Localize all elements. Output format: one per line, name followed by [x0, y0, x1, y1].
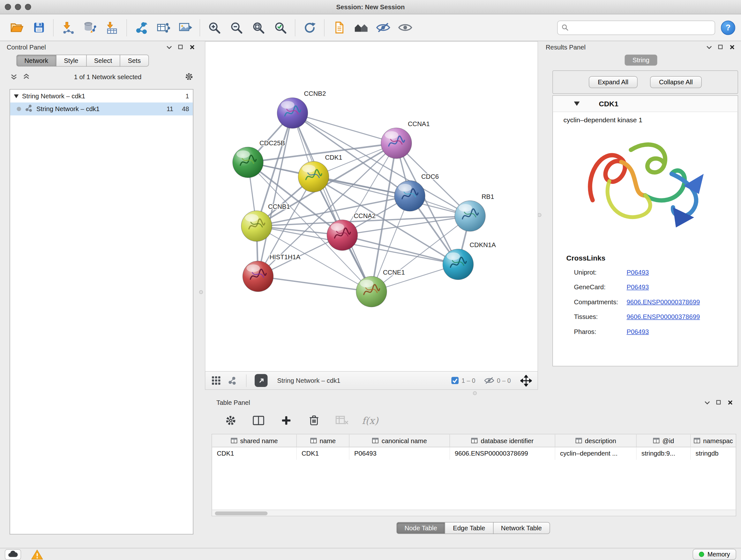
cloud-status-button[interactable]: [5, 549, 21, 560]
import-network-from-file-button[interactable]: [57, 17, 79, 38]
network-node-HIST1H1A[interactable]: HIST1H1A: [243, 253, 300, 292]
column-header[interactable]: canonical name: [349, 435, 450, 448]
gene-header-row[interactable]: CDK1: [553, 96, 738, 112]
network-graph[interactable]: CCNB2CCNA1CDC25BCDK1CDC6RB1CCNB1CCNA2CDK…: [205, 42, 538, 371]
hide-selected-icon-button[interactable]: [372, 17, 394, 38]
gene-disclosure-triangle-icon[interactable]: [574, 100, 580, 108]
tab-sets[interactable]: Sets: [120, 55, 149, 67]
show-columns-icon[interactable]: [251, 413, 266, 428]
compartments-link[interactable]: 9606.ENSP00000378699: [627, 295, 700, 310]
zoom-in-button[interactable]: [204, 17, 226, 38]
horizontal-splitter-handle[interactable]: [473, 391, 477, 395]
scrollbar-thumb[interactable]: [215, 511, 268, 515]
zoom-fit-button[interactable]: [248, 17, 270, 38]
grid-view-icon[interactable]: [210, 376, 222, 385]
import-table-from-file-button[interactable]: [101, 17, 123, 38]
network-options-gear-icon[interactable]: [185, 72, 193, 81]
detach-view-button[interactable]: [255, 374, 268, 387]
column-header[interactable]: description: [555, 435, 636, 448]
maximize-panel-icon[interactable]: [714, 398, 723, 407]
maximize-panel-icon[interactable]: [176, 43, 185, 51]
float-panel-icon[interactable]: [704, 43, 713, 51]
network-node-CCNB1[interactable]: CCNB1: [241, 203, 290, 241]
apply-layout-button[interactable]: [299, 17, 321, 38]
network-node-CDK1[interactable]: CDK1: [298, 154, 342, 192]
delete-column-icon[interactable]: [307, 413, 322, 428]
cell-namespace[interactable]: stringdb: [691, 447, 736, 460]
cell-database-identifier[interactable]: 9606.ENSP00000378699: [450, 447, 555, 460]
expand-tree-icon[interactable]: [10, 72, 18, 81]
open-documentation-button[interactable]: [328, 17, 350, 38]
right-splitter-handle[interactable]: [538, 213, 542, 217]
show-all-icon-button[interactable]: [394, 17, 416, 38]
zoom-out-button[interactable]: [226, 17, 248, 38]
maximize-window-button[interactable]: [25, 4, 31, 10]
column-header[interactable]: shared name: [212, 435, 297, 448]
tab-style[interactable]: Style: [56, 55, 86, 67]
warnings-button[interactable]: [29, 549, 45, 560]
close-panel-icon[interactable]: [726, 398, 734, 407]
expand-all-button[interactable]: Expand All: [589, 76, 637, 88]
string-results-tab[interactable]: String: [625, 55, 657, 66]
close-panel-icon[interactable]: [188, 43, 196, 51]
network-share-icon[interactable]: [226, 376, 238, 385]
table-row[interactable]: CDK1 CDK1 P06493 9606.ENSP00000378699 cy…: [212, 447, 736, 460]
network-node-CCNB2[interactable]: CCNB2: [277, 90, 326, 128]
network-node-CDKN1A[interactable]: CDKN1A: [443, 241, 496, 280]
clone-network-button[interactable]: [130, 17, 152, 38]
add-column-icon[interactable]: [279, 413, 294, 428]
network-node-RB1[interactable]: RB1: [455, 193, 494, 232]
search-box[interactable]: [557, 20, 715, 35]
memory-button[interactable]: Memory: [693, 549, 736, 560]
open-session-button[interactable]: [6, 17, 28, 38]
tab-node-table[interactable]: Node Table: [396, 522, 445, 534]
float-panel-icon[interactable]: [703, 398, 711, 407]
close-panel-icon[interactable]: [728, 43, 736, 51]
column-header[interactable]: namespac: [691, 435, 736, 448]
pharos-link[interactable]: P06493: [627, 324, 649, 339]
network-node-CDC6[interactable]: CDC6: [394, 173, 439, 211]
table-horizontal-scrollbar[interactable]: [212, 509, 736, 516]
column-header[interactable]: @id: [636, 435, 691, 448]
cell-id[interactable]: stringdb:9...: [636, 447, 691, 460]
tissues-link[interactable]: 9606.ENSP00000378699: [627, 309, 700, 324]
show-overview-button[interactable]: [350, 17, 372, 38]
table-settings-gear-icon[interactable]: [223, 413, 239, 428]
function-builder-icon[interactable]: f(x): [362, 415, 378, 426]
save-session-button[interactable]: [28, 17, 50, 38]
zoom-selected-button[interactable]: [270, 17, 292, 38]
network-node-CCNA1[interactable]: CCNA1: [381, 120, 430, 159]
cell-shared-name[interactable]: CDK1: [212, 447, 297, 460]
cell-name[interactable]: CDK1: [297, 447, 349, 460]
import-network-from-database-button[interactable]: [79, 17, 101, 38]
collapse-all-button[interactable]: Collapse All: [650, 76, 702, 88]
genecard-link[interactable]: P06493: [627, 280, 649, 295]
export-image-button[interactable]: [174, 17, 196, 38]
search-input[interactable]: [571, 24, 711, 31]
close-window-button[interactable]: [5, 4, 11, 10]
help-button[interactable]: ?: [721, 20, 735, 35]
create-network-from-table-button[interactable]: [152, 17, 174, 38]
pan-mode-icon[interactable]: [520, 376, 533, 385]
collapse-tree-icon[interactable]: [22, 72, 30, 81]
minimize-window-button[interactable]: [15, 4, 21, 10]
cell-canonical-name[interactable]: P06493: [349, 447, 450, 460]
network-row-selected[interactable]: String Network – cdk1 11 48: [10, 103, 193, 116]
tab-network-table[interactable]: Network Table: [493, 522, 550, 534]
results-controls-box: Expand All Collapse All: [552, 71, 738, 94]
column-header[interactable]: database identifier: [450, 435, 555, 448]
left-splitter-handle[interactable]: [199, 290, 203, 294]
disclosure-triangle-icon[interactable]: [14, 92, 19, 100]
float-panel-icon[interactable]: [165, 43, 173, 51]
tab-select[interactable]: Select: [86, 55, 120, 67]
tab-network[interactable]: Network: [16, 55, 56, 67]
maximize-panel-icon[interactable]: [716, 43, 725, 51]
tab-edge-table[interactable]: Edge Table: [445, 522, 493, 534]
crosslink-row: Uniprot: P06493: [566, 265, 738, 280]
network-canvas[interactable]: CCNB2CCNA1CDC25BCDK1CDC6RB1CCNB1CCNA2CDK…: [205, 41, 538, 372]
delete-table-icon-disabled[interactable]: [334, 413, 349, 428]
uniprot-link[interactable]: P06493: [627, 265, 649, 280]
network-collection-row[interactable]: String Network – cdk1 1: [10, 90, 193, 103]
cell-description[interactable]: cyclin–dependent ...: [555, 447, 636, 460]
column-header[interactable]: name: [297, 435, 349, 448]
